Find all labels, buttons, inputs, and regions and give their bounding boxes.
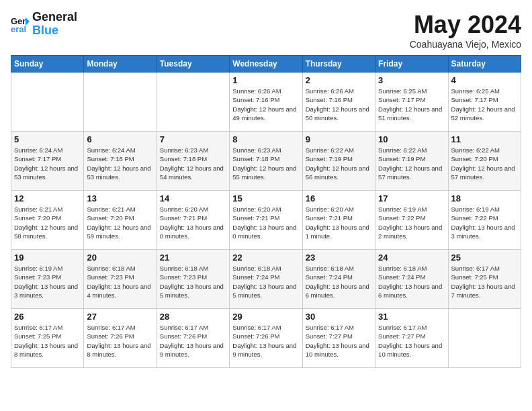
calendar-week-row: 19Sunrise: 6:19 AM Sunset: 7:23 PM Dayli… bbox=[11, 250, 521, 309]
calendar-cell bbox=[157, 73, 229, 132]
day-number: 23 bbox=[306, 253, 372, 263]
calendar-cell bbox=[448, 309, 521, 368]
calendar-table: SundayMondayTuesdayWednesdayThursdayFrid… bbox=[11, 55, 521, 368]
calendar-cell: 9Sunrise: 6:22 AM Sunset: 7:19 PM Daylig… bbox=[302, 132, 375, 191]
day-number: 20 bbox=[87, 253, 153, 263]
day-number: 2 bbox=[306, 75, 372, 85]
calendar-cell: 8Sunrise: 6:23 AM Sunset: 7:18 PM Daylig… bbox=[230, 132, 302, 191]
logo-icon: Gen eral bbox=[11, 15, 30, 34]
day-info: Sunrise: 6:20 AM Sunset: 7:21 PM Dayligh… bbox=[232, 205, 299, 240]
day-info: Sunrise: 6:23 AM Sunset: 7:18 PM Dayligh… bbox=[160, 146, 226, 181]
calendar-cell: 10Sunrise: 6:22 AM Sunset: 7:19 PM Dayli… bbox=[375, 132, 448, 191]
title-block: May 2024 Coahuayana Viejo, Mexico bbox=[410, 11, 521, 50]
day-info: Sunrise: 6:26 AM Sunset: 7:16 PM Dayligh… bbox=[232, 87, 299, 122]
calendar-cell: 20Sunrise: 6:18 AM Sunset: 7:23 PM Dayli… bbox=[84, 250, 157, 309]
day-number: 18 bbox=[451, 193, 518, 203]
day-number: 29 bbox=[232, 312, 299, 322]
day-number: 8 bbox=[232, 134, 299, 144]
calendar-week-row: 12Sunrise: 6:21 AM Sunset: 7:20 PM Dayli… bbox=[11, 191, 521, 250]
calendar-cell: 25Sunrise: 6:17 AM Sunset: 7:25 PM Dayli… bbox=[448, 250, 521, 309]
day-info: Sunrise: 6:18 AM Sunset: 7:24 PM Dayligh… bbox=[232, 264, 299, 300]
calendar-cell: 29Sunrise: 6:17 AM Sunset: 7:26 PM Dayli… bbox=[230, 309, 302, 368]
calendar-week-row: 5Sunrise: 6:24 AM Sunset: 7:17 PM Daylig… bbox=[11, 132, 521, 191]
day-number: 21 bbox=[160, 253, 226, 263]
calendar-cell: 7Sunrise: 6:23 AM Sunset: 7:18 PM Daylig… bbox=[157, 132, 229, 191]
weekday-header: Tuesday bbox=[157, 56, 229, 73]
day-info: Sunrise: 6:17 AM Sunset: 7:26 PM Dayligh… bbox=[160, 323, 226, 359]
day-number: 15 bbox=[232, 193, 299, 203]
calendar-cell: 18Sunrise: 6:19 AM Sunset: 7:22 PM Dayli… bbox=[448, 191, 521, 250]
calendar-cell: 19Sunrise: 6:19 AM Sunset: 7:23 PM Dayli… bbox=[11, 250, 84, 309]
calendar-cell: 17Sunrise: 6:19 AM Sunset: 7:22 PM Dayli… bbox=[375, 191, 448, 250]
calendar-cell: 22Sunrise: 6:18 AM Sunset: 7:24 PM Dayli… bbox=[230, 250, 302, 309]
day-info: Sunrise: 6:17 AM Sunset: 7:27 PM Dayligh… bbox=[306, 323, 372, 359]
day-number: 3 bbox=[378, 75, 445, 85]
day-info: Sunrise: 6:23 AM Sunset: 7:18 PM Dayligh… bbox=[232, 146, 299, 181]
calendar-cell: 15Sunrise: 6:20 AM Sunset: 7:21 PM Dayli… bbox=[230, 191, 302, 250]
calendar-week-row: 26Sunrise: 6:17 AM Sunset: 7:25 PM Dayli… bbox=[11, 309, 521, 368]
day-info: Sunrise: 6:21 AM Sunset: 7:20 PM Dayligh… bbox=[14, 205, 81, 240]
day-info: Sunrise: 6:20 AM Sunset: 7:21 PM Dayligh… bbox=[306, 205, 372, 240]
calendar-cell: 26Sunrise: 6:17 AM Sunset: 7:25 PM Dayli… bbox=[11, 309, 84, 368]
svg-text:eral: eral bbox=[11, 24, 26, 34]
day-number: 24 bbox=[378, 253, 445, 263]
calendar-cell: 4Sunrise: 6:25 AM Sunset: 7:17 PM Daylig… bbox=[448, 73, 521, 132]
calendar-cell: 30Sunrise: 6:17 AM Sunset: 7:27 PM Dayli… bbox=[302, 309, 375, 368]
calendar-week-row: 1Sunrise: 6:26 AM Sunset: 7:16 PM Daylig… bbox=[11, 73, 521, 132]
day-number: 26 bbox=[14, 312, 81, 322]
day-number: 7 bbox=[160, 134, 226, 144]
calendar-cell: 6Sunrise: 6:24 AM Sunset: 7:18 PM Daylig… bbox=[84, 132, 157, 191]
day-info: Sunrise: 6:21 AM Sunset: 7:20 PM Dayligh… bbox=[87, 205, 153, 240]
day-info: Sunrise: 6:19 AM Sunset: 7:23 PM Dayligh… bbox=[14, 264, 81, 300]
day-info: Sunrise: 6:19 AM Sunset: 7:22 PM Dayligh… bbox=[378, 205, 445, 240]
day-info: Sunrise: 6:22 AM Sunset: 7:20 PM Dayligh… bbox=[451, 146, 518, 181]
day-info: Sunrise: 6:17 AM Sunset: 7:26 PM Dayligh… bbox=[87, 323, 153, 359]
calendar-cell: 12Sunrise: 6:21 AM Sunset: 7:20 PM Dayli… bbox=[11, 191, 84, 250]
weekday-header: Thursday bbox=[302, 56, 375, 73]
calendar-cell: 3Sunrise: 6:25 AM Sunset: 7:17 PM Daylig… bbox=[375, 73, 448, 132]
calendar-cell: 11Sunrise: 6:22 AM Sunset: 7:20 PM Dayli… bbox=[448, 132, 521, 191]
day-number: 14 bbox=[160, 193, 226, 203]
calendar-cell: 31Sunrise: 6:17 AM Sunset: 7:27 PM Dayli… bbox=[375, 309, 448, 368]
calendar-cell: 23Sunrise: 6:18 AM Sunset: 7:24 PM Dayli… bbox=[302, 250, 375, 309]
calendar-cell: 16Sunrise: 6:20 AM Sunset: 7:21 PM Dayli… bbox=[302, 191, 375, 250]
weekday-header: Friday bbox=[375, 56, 448, 73]
day-number: 1 bbox=[232, 75, 299, 85]
day-number: 28 bbox=[160, 312, 226, 322]
weekday-header: Sunday bbox=[11, 56, 84, 73]
day-info: Sunrise: 6:18 AM Sunset: 7:24 PM Dayligh… bbox=[306, 264, 372, 300]
day-info: Sunrise: 6:18 AM Sunset: 7:24 PM Dayligh… bbox=[378, 264, 445, 300]
day-info: Sunrise: 6:17 AM Sunset: 7:26 PM Dayligh… bbox=[232, 323, 299, 359]
calendar-cell: 13Sunrise: 6:21 AM Sunset: 7:20 PM Dayli… bbox=[84, 191, 157, 250]
day-info: Sunrise: 6:22 AM Sunset: 7:19 PM Dayligh… bbox=[306, 146, 372, 181]
day-info: Sunrise: 6:26 AM Sunset: 7:16 PM Dayligh… bbox=[306, 87, 372, 122]
calendar-cell bbox=[11, 73, 84, 132]
day-info: Sunrise: 6:25 AM Sunset: 7:17 PM Dayligh… bbox=[451, 87, 518, 122]
day-info: Sunrise: 6:20 AM Sunset: 7:21 PM Dayligh… bbox=[160, 205, 226, 240]
day-number: 13 bbox=[87, 193, 153, 203]
day-info: Sunrise: 6:24 AM Sunset: 7:18 PM Dayligh… bbox=[87, 146, 153, 181]
day-number: 12 bbox=[14, 193, 81, 203]
day-info: Sunrise: 6:17 AM Sunset: 7:25 PM Dayligh… bbox=[451, 264, 518, 300]
day-number: 11 bbox=[451, 134, 518, 144]
day-number: 5 bbox=[14, 134, 81, 144]
day-info: Sunrise: 6:17 AM Sunset: 7:25 PM Dayligh… bbox=[14, 323, 81, 359]
day-info: Sunrise: 6:18 AM Sunset: 7:23 PM Dayligh… bbox=[87, 264, 153, 300]
calendar-cell: 2Sunrise: 6:26 AM Sunset: 7:16 PM Daylig… bbox=[302, 73, 375, 132]
day-number: 31 bbox=[378, 312, 445, 322]
page-header: Gen eral General Blue May 2024 Coahuayan… bbox=[11, 11, 521, 50]
day-info: Sunrise: 6:22 AM Sunset: 7:19 PM Dayligh… bbox=[378, 146, 445, 181]
weekday-header: Wednesday bbox=[230, 56, 302, 73]
day-number: 27 bbox=[87, 312, 153, 322]
logo: Gen eral General Blue bbox=[11, 11, 77, 38]
location-subtitle: Coahuayana Viejo, Mexico bbox=[410, 39, 521, 50]
day-info: Sunrise: 6:24 AM Sunset: 7:17 PM Dayligh… bbox=[14, 146, 81, 181]
day-number: 19 bbox=[14, 253, 81, 263]
logo-text: General Blue bbox=[32, 11, 77, 38]
calendar-cell bbox=[84, 73, 157, 132]
day-info: Sunrise: 6:17 AM Sunset: 7:27 PM Dayligh… bbox=[378, 323, 445, 359]
weekday-header: Monday bbox=[84, 56, 157, 73]
calendar-cell: 1Sunrise: 6:26 AM Sunset: 7:16 PM Daylig… bbox=[230, 73, 302, 132]
day-info: Sunrise: 6:25 AM Sunset: 7:17 PM Dayligh… bbox=[378, 87, 445, 122]
day-number: 17 bbox=[378, 193, 445, 203]
